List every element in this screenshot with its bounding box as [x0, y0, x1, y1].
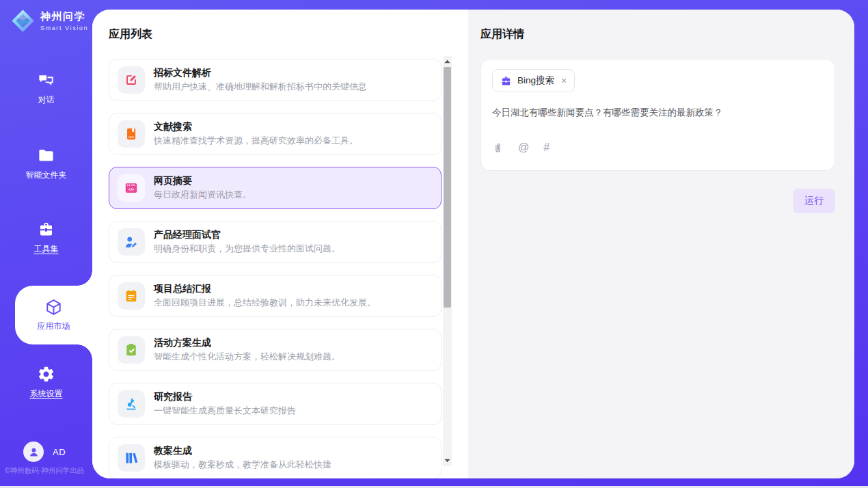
- book-icon: [124, 126, 139, 141]
- hash-icon[interactable]: #: [543, 141, 550, 154]
- main-content: 应用列表 招标文件解析 帮助用户快速、准确地理解和解析招标书中的关键信息 文献搜…: [92, 10, 854, 478]
- app-card-desc: 每日政府新闻资讯快查。: [154, 189, 252, 201]
- attachment-icon[interactable]: [492, 142, 504, 154]
- app-card-desc: 快速精准查找学术资源，提高研究效率的必备工具。: [154, 135, 358, 147]
- chat-icon: [37, 71, 55, 90]
- browser-code-icon: </>: [124, 180, 139, 195]
- user-name: AD: [53, 447, 66, 457]
- query-input[interactable]: 今日湖北有哪些新闻要点？有哪些需要关注的最新政策？: [492, 107, 824, 119]
- app-card-title: 文献搜索: [154, 121, 358, 133]
- app-card-title: 项目总结汇报: [154, 283, 376, 295]
- calendar-report-icon: [124, 288, 139, 303]
- app-card-title: 产品经理面试官: [154, 229, 340, 241]
- prompt-card: Bing搜索 × 今日湖北有哪些新闻要点？有哪些需要关注的最新政策？ @ #: [480, 59, 835, 171]
- app-card[interactable]: 文献搜索 快速精准查找学术资源，提高研究效率的必备工具。: [109, 113, 442, 155]
- user-account[interactable]: AD: [23, 442, 66, 462]
- app-card-desc: 模板驱动，教案秒成，教学准备从此轻松快捷: [154, 459, 331, 471]
- books-icon: [124, 450, 139, 465]
- composer-toolbar: @ #: [492, 141, 824, 154]
- app-card[interactable]: </> 网页摘要 每日政府新闻资讯快查。: [109, 167, 442, 209]
- app-card[interactable]: 招标文件解析 帮助用户快速、准确地理解和解析招标书中的关键信息: [109, 59, 442, 101]
- avatar: [23, 442, 44, 462]
- app-card-desc: 帮助用户快速、准确地理解和解析招标书中的关键信息: [154, 81, 367, 93]
- research-icon: [124, 396, 139, 411]
- app-card[interactable]: 项目总结汇报 全面回顾项目进展，总结经验教训，助力未来优化发展。: [109, 275, 442, 317]
- clipboard-check-icon: [124, 342, 139, 357]
- toolbox-icon: [37, 220, 55, 239]
- edit-document-icon: [124, 72, 139, 87]
- app-card-desc: 明确身份和职责，为您提供专业性的面试问题。: [154, 243, 340, 255]
- app-card-title: 网页摘要: [154, 175, 252, 187]
- sidebar-item-chat[interactable]: 对话: [0, 71, 92, 106]
- sidebar-item-app-market[interactable]: 应用市场: [15, 286, 92, 344]
- user-avatar-icon: [28, 446, 40, 458]
- gear-icon: [37, 365, 55, 383]
- sidebar-item-toolkit[interactable]: 工具集: [0, 220, 92, 255]
- briefcase-icon: [500, 75, 512, 87]
- run-row: 运行: [480, 189, 835, 213]
- app-card[interactable]: 研究报告 一键智能生成高质量长文本研究报告: [109, 383, 442, 425]
- scroll-up-icon[interactable]: [443, 57, 452, 66]
- app-list-panel: 应用列表 招标文件解析 帮助用户快速、准确地理解和解析招标书中的关键信息 文献搜…: [92, 10, 468, 478]
- app-card[interactable]: 活动方案生成 智能生成个性化活动方案，轻松解决规划难题。: [109, 329, 442, 371]
- cube-icon: [44, 298, 63, 316]
- app-card-list: 招标文件解析 帮助用户快速、准确地理解和解析招标书中的关键信息 文献搜索 快速精…: [109, 59, 442, 478]
- app-list-scrollbar[interactable]: [443, 56, 452, 466]
- svg-text:</>: </>: [128, 187, 135, 191]
- app-detail-panel: 应用详情 Bing搜索 × 今日湖北有哪些新闻要点？有哪些需要关注的最新政策？ …: [468, 10, 854, 478]
- app-card-desc: 一键智能生成高质量长文本研究报告: [154, 405, 296, 417]
- app-card-title: 教案生成: [154, 445, 331, 457]
- interviewer-icon: [124, 234, 139, 249]
- app-card[interactable]: 产品经理面试官 明确身份和职责，为您提供专业性的面试问题。: [109, 221, 442, 263]
- scrollbar-thumb[interactable]: [444, 67, 451, 308]
- scroll-down-icon[interactable]: [443, 457, 452, 465]
- brand-subtitle: Smart Vision: [40, 25, 88, 31]
- copyright-text: ©神州数码·神州问学出品: [5, 466, 84, 476]
- app-list-title: 应用列表: [109, 27, 468, 42]
- app-detail-title: 应用详情: [480, 27, 835, 42]
- app-card-title: 招标文件解析: [154, 67, 367, 79]
- folder-icon: [37, 146, 55, 165]
- tool-chip-bing-search[interactable]: Bing搜索 ×: [492, 69, 575, 92]
- sidebar-item-settings[interactable]: 系统设置: [0, 365, 92, 400]
- mention-icon[interactable]: @: [518, 141, 529, 154]
- close-icon[interactable]: ×: [561, 76, 567, 85]
- app-card-title: 活动方案生成: [154, 337, 340, 349]
- app-card-desc: 全面回顾项目进展，总结经验教训，助力未来优化发展。: [154, 297, 376, 309]
- app-window: 神州问学 Smart Vision 对话 智能文件夹 工具集 应用市场 系统设置…: [0, 0, 868, 488]
- tool-chip-label: Bing搜索: [517, 74, 554, 87]
- app-card[interactable]: 教案生成 模板驱动，教案秒成，教学准备从此轻松快捷: [109, 437, 442, 478]
- sidebar: 神州问学 Smart Vision 对话 智能文件夹 工具集 应用市场 系统设置…: [0, 0, 92, 488]
- brand-name: 神州问学: [40, 10, 88, 23]
- sidebar-item-smart-folder[interactable]: 智能文件夹: [0, 146, 92, 181]
- app-logo: 神州问学 Smart Vision: [10, 8, 88, 33]
- run-button[interactable]: 运行: [793, 189, 835, 213]
- brand-diamond-icon: [10, 8, 36, 33]
- app-card-title: 研究报告: [154, 391, 296, 403]
- app-card-desc: 智能生成个性化活动方案，轻松解决规划难题。: [154, 351, 340, 363]
